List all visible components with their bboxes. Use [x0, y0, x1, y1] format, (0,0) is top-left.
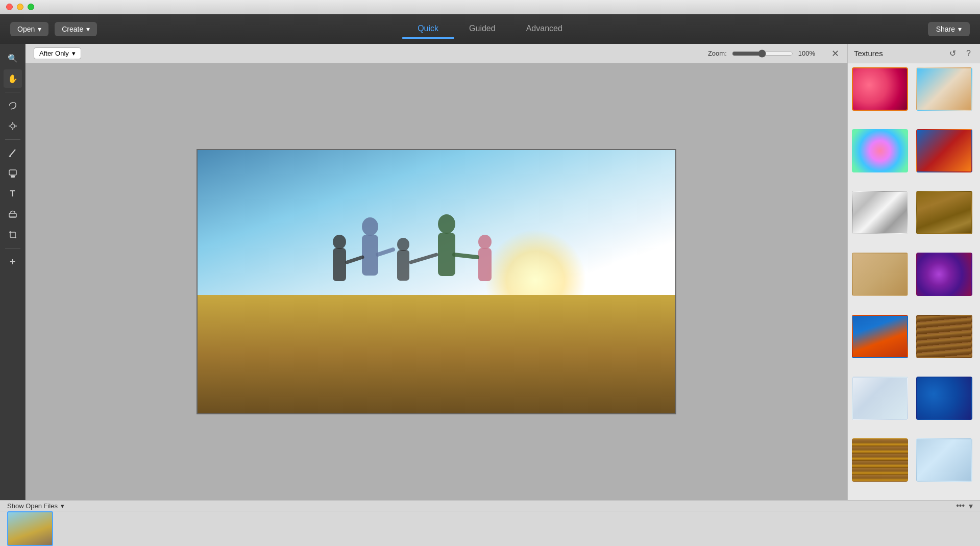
- tab-advanced[interactable]: Advanced: [511, 20, 578, 39]
- left-toolbar: 🔍 ✋ T +: [0, 44, 26, 500]
- chevron-down-icon[interactable]: ▾: [61, 502, 64, 510]
- crop-tool-button[interactable]: [4, 226, 22, 244]
- tab-guided[interactable]: Guided: [454, 20, 511, 39]
- svg-point-1: [11, 124, 15, 128]
- files-more-button[interactable]: •••: [956, 501, 965, 511]
- bottom-panel: Show Open Files ▾ ••• ▾: [0, 500, 980, 546]
- svg-point-7: [9, 156, 11, 157]
- svg-rect-9: [11, 176, 15, 178]
- texture-11[interactable]: [852, 377, 908, 420]
- texture-13[interactable]: [852, 438, 908, 482]
- eraser-tool-button[interactable]: [4, 205, 22, 224]
- close-canvas-button[interactable]: ✕: [831, 48, 839, 59]
- zoom-slider[interactable]: [732, 49, 793, 58]
- svg-line-27: [347, 257, 362, 262]
- texture-9[interactable]: [852, 315, 908, 358]
- photo-filmstrip: [0, 511, 980, 546]
- brush-tool-button[interactable]: [4, 144, 22, 162]
- svg-point-18: [438, 214, 455, 234]
- chevron-down-icon: ▾: [72, 49, 76, 57]
- title-bar: [0, 0, 980, 14]
- close-window-button[interactable]: [6, 4, 13, 10]
- main-layout: 🔍 ✋ T + After Only ▾: [0, 44, 980, 500]
- files-actions: ••• ▾: [956, 501, 973, 511]
- zoom-control: Zoom: 100%: [708, 49, 815, 58]
- menu-bar: Open ▾ Create ▾ Quick Guided Advanced Sh…: [0, 14, 980, 44]
- panel-header: Textures ↺ ?: [848, 44, 980, 63]
- add-tool-button[interactable]: +: [4, 253, 22, 271]
- textures-grid: [848, 63, 980, 500]
- panel-refresh-button[interactable]: ↺: [946, 47, 959, 59]
- svg-line-0: [11, 109, 13, 109]
- tool-divider-3: [5, 248, 20, 249]
- svg-line-26: [378, 250, 393, 255]
- svg-line-29: [454, 255, 477, 257]
- texture-6[interactable]: [916, 191, 972, 234]
- svg-line-6: [10, 150, 15, 156]
- tool-divider-2: [5, 139, 20, 140]
- right-panel: Textures ↺ ?: [847, 44, 980, 500]
- text-tool-button[interactable]: T: [4, 185, 22, 203]
- svg-rect-10: [9, 213, 16, 217]
- svg-rect-8: [9, 170, 16, 175]
- texture-12[interactable]: [916, 377, 972, 420]
- svg-point-16: [362, 217, 378, 236]
- texture-5[interactable]: [852, 191, 908, 234]
- share-button[interactable]: Share ▾: [928, 22, 970, 36]
- bottom-files: Show Open Files ▾ ••• ▾: [0, 501, 980, 511]
- canvas-toolbar: After Only ▾ Zoom: 100% ✕: [26, 44, 847, 63]
- texture-14[interactable]: [916, 438, 972, 482]
- svg-point-20: [333, 235, 346, 249]
- photo-display: [197, 149, 676, 414]
- svg-point-24: [478, 235, 492, 249]
- panel-title: Textures: [854, 49, 942, 58]
- magic-tool-button[interactable]: [4, 117, 22, 135]
- texture-3[interactable]: [852, 129, 908, 172]
- svg-point-22: [397, 238, 409, 251]
- tab-quick[interactable]: Quick: [402, 20, 454, 39]
- svg-rect-23: [397, 250, 409, 281]
- lasso-tool-button[interactable]: [4, 96, 22, 115]
- view-mode-dropdown[interactable]: After Only ▾: [34, 47, 81, 59]
- maximize-window-button[interactable]: [28, 4, 34, 10]
- minimize-window-button[interactable]: [17, 4, 23, 10]
- show-open-files-label: Show Open Files ▾: [7, 502, 64, 510]
- panel-help-button[interactable]: ?: [963, 48, 974, 59]
- open-button[interactable]: Open ▾: [10, 22, 48, 36]
- texture-8[interactable]: [916, 253, 972, 296]
- texture-1[interactable]: [852, 67, 908, 111]
- create-button[interactable]: Create ▾: [55, 22, 97, 36]
- search-tool-button[interactable]: 🔍: [4, 49, 22, 67]
- canvas-area: After Only ▾ Zoom: 100% ✕: [26, 44, 847, 500]
- menu-right: Share ▾: [928, 22, 970, 36]
- texture-7[interactable]: [852, 253, 908, 296]
- menu-left: Open ▾ Create ▾: [10, 22, 97, 36]
- svg-rect-25: [478, 248, 492, 281]
- texture-2[interactable]: [916, 67, 972, 111]
- family-silhouette: [309, 211, 564, 313]
- filmstrip-photo-1[interactable]: [7, 511, 53, 546]
- hand-tool-button[interactable]: ✋: [4, 69, 22, 88]
- nav-tabs: Quick Guided Advanced: [402, 20, 578, 39]
- svg-line-28: [411, 255, 436, 262]
- svg-rect-21: [333, 248, 346, 281]
- canvas-inner: [26, 63, 847, 500]
- texture-10[interactable]: [916, 315, 972, 358]
- texture-4[interactable]: [916, 129, 972, 172]
- files-collapse-button[interactable]: ▾: [969, 501, 973, 511]
- tool-divider: [5, 92, 20, 92]
- stamp-tool-button[interactable]: [4, 164, 22, 183]
